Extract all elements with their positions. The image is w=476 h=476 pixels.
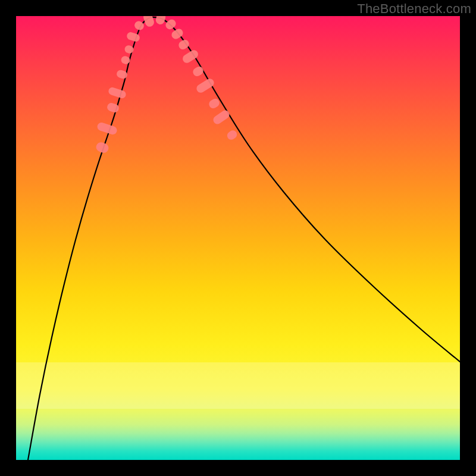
chart-frame — [16, 16, 460, 460]
chart-svg — [16, 16, 460, 460]
bead-marker — [177, 38, 191, 51]
bead-marker — [96, 121, 118, 136]
bead-marker — [192, 65, 205, 77]
bottleneck-curve-line — [28, 17, 460, 460]
bead-marker — [212, 109, 231, 126]
bead-marker — [120, 55, 131, 65]
bead-marker — [95, 141, 110, 154]
bead-marker — [164, 18, 178, 31]
bead-marker — [108, 86, 127, 99]
bead-marker — [195, 77, 216, 95]
bead-marker — [226, 129, 239, 141]
bead-markers-group — [95, 16, 239, 154]
watermark-text: TheBottleneck.com — [357, 1, 471, 17]
